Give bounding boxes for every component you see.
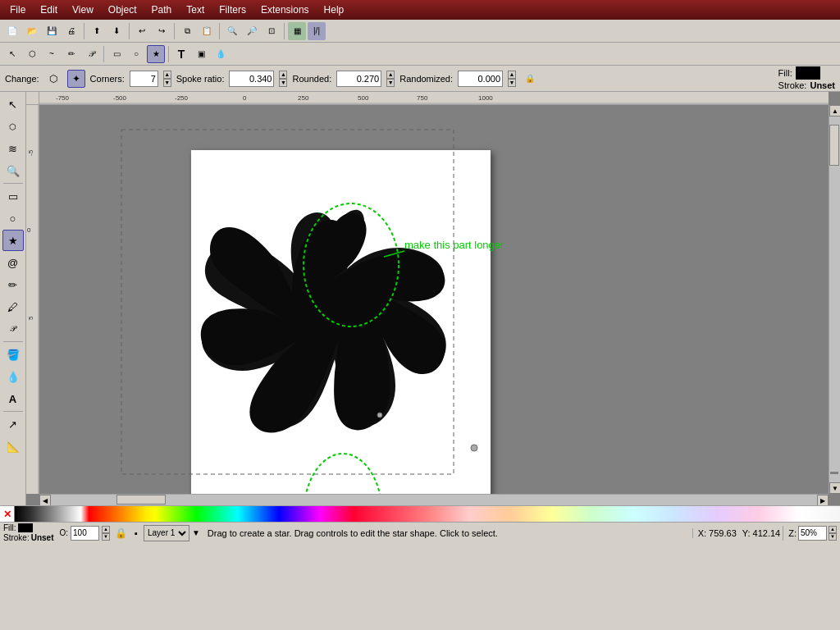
- undo-btn[interactable]: ↩: [133, 22, 151, 40]
- menu-filters[interactable]: Filters: [212, 2, 253, 17]
- node-tool-btn[interactable]: ⬡: [23, 45, 41, 63]
- scroll-track-v[interactable]: [829, 116, 840, 482]
- v-scrollbar[interactable]: ▲ ▼: [829, 105, 840, 494]
- print-btn[interactable]: 🖨: [62, 22, 80, 40]
- spoke-up[interactable]: ▲: [279, 71, 287, 79]
- zoom-fit-btn[interactable]: ⊡: [262, 22, 281, 40]
- pen-tool[interactable]: 🖊: [2, 296, 24, 317]
- scroll-up-btn[interactable]: ▲: [829, 105, 840, 116]
- menu-edit[interactable]: Edit: [34, 2, 64, 17]
- dropper-btn[interactable]: 💧: [212, 45, 230, 63]
- copy-btn[interactable]: ⧉: [178, 22, 196, 40]
- color-palette-bar[interactable]: ✕: [0, 505, 840, 522]
- randomized-up[interactable]: ▲: [508, 71, 516, 79]
- spiral-tool[interactable]: @: [2, 252, 24, 273]
- circle-tool[interactable]: ○: [2, 208, 24, 229]
- menu-text[interactable]: Text: [180, 2, 211, 17]
- measure-tool[interactable]: 📐: [2, 436, 24, 457]
- grid-btn[interactable]: ▦: [288, 22, 306, 40]
- new-btn[interactable]: 📄: [3, 22, 21, 40]
- zoom-up[interactable]: ▲: [829, 526, 837, 533]
- corners-input[interactable]: [130, 71, 158, 87]
- star-tool-btn[interactable]: ★: [147, 45, 165, 63]
- opacity-up[interactable]: ▲: [102, 526, 110, 533]
- menu-help[interactable]: Help: [317, 2, 351, 17]
- fill-status-box[interactable]: [18, 523, 33, 532]
- rounded-up[interactable]: ▲: [386, 71, 395, 79]
- scroll-track-h[interactable]: [51, 495, 817, 505]
- curve-tool-btn[interactable]: ~: [43, 45, 61, 63]
- redo-btn[interactable]: ↪: [153, 22, 171, 40]
- text-tool-btn[interactable]: T: [172, 45, 190, 63]
- randomized-spinner[interactable]: ▲ ▼: [508, 71, 516, 87]
- open-btn[interactable]: 📂: [23, 22, 41, 40]
- scroll-left-btn[interactable]: ◀: [39, 495, 51, 505]
- tweak-tool[interactable]: ≋: [2, 138, 24, 159]
- scroll-thumb-v[interactable]: [829, 125, 839, 166]
- text-tool[interactable]: A: [2, 388, 24, 409]
- stroke-label: Stroke:: [778, 80, 807, 90]
- h-scrollbar[interactable]: ◀ ▶: [39, 494, 829, 505]
- opacity-input[interactable]: [71, 526, 99, 541]
- pencil-tool[interactable]: ✏: [2, 274, 24, 295]
- polygon-mode-btn[interactable]: ⬡: [44, 70, 62, 88]
- scroll-right-btn[interactable]: ▶: [817, 495, 829, 505]
- corners-down[interactable]: ▼: [163, 79, 171, 87]
- fill-color-box[interactable]: [796, 66, 820, 80]
- opacity-spinner[interactable]: ▲ ▼: [102, 526, 110, 541]
- opacity-down[interactable]: ▼: [102, 533, 110, 541]
- rounded-input[interactable]: [336, 71, 381, 87]
- zoom-input[interactable]: [798, 526, 827, 541]
- zoom-in-btn[interactable]: 🔍: [223, 22, 241, 40]
- select-tool-btn[interactable]: ↖: [3, 45, 21, 63]
- randomized-down[interactable]: ▼: [508, 79, 516, 87]
- spoke-spinner[interactable]: ▲ ▼: [279, 71, 287, 87]
- randomized-input[interactable]: [458, 71, 503, 87]
- menu-path[interactable]: Path: [145, 2, 179, 17]
- menu-object[interactable]: Object: [102, 2, 144, 17]
- menu-file[interactable]: File: [3, 2, 32, 17]
- rounded-spinner[interactable]: ▲ ▼: [386, 71, 395, 87]
- gradient-btn[interactable]: ▣: [192, 45, 210, 63]
- export-btn[interactable]: ⬇: [107, 22, 126, 40]
- color-swatches[interactable]: [15, 506, 840, 522]
- corners-up[interactable]: ▲: [163, 71, 171, 79]
- rect-tool[interactable]: ▭: [2, 185, 24, 207]
- paste-btn[interactable]: 📋: [198, 22, 216, 40]
- arrow-tool[interactable]: ↖: [2, 94, 24, 115]
- scroll-thumb-h[interactable]: [116, 495, 166, 504]
- dropper-tool[interactable]: 💧: [2, 366, 24, 387]
- menu-extensions[interactable]: Extensions: [254, 2, 316, 17]
- rect-tool-btn[interactable]: ▭: [107, 45, 126, 63]
- snap-btn[interactable]: |/|: [308, 22, 326, 40]
- zoom-down[interactable]: ▼: [829, 533, 837, 541]
- no-color-swatch[interactable]: ✕: [0, 506, 15, 522]
- circle-tool-btn[interactable]: ○: [127, 45, 145, 63]
- zoom-tool[interactable]: 🔍: [2, 160, 24, 181]
- layer-select[interactable]: Layer 1: [144, 525, 189, 541]
- connector-tool[interactable]: ↗: [2, 413, 24, 435]
- pencil-btn[interactable]: ✏: [62, 45, 80, 63]
- star-mode-btn[interactable]: ✦: [67, 70, 85, 88]
- center-handle[interactable]: [377, 413, 382, 418]
- layer-indicator-arrow[interactable]: ▼: [192, 528, 200, 537]
- star-tool[interactable]: ★: [2, 230, 24, 251]
- canvas-area[interactable]: -750 -500 -250 0 250 500 750 1000 -5 0 5: [26, 92, 840, 505]
- spoke-down[interactable]: ▼: [279, 79, 287, 87]
- calligraphy-tool[interactable]: 𝒫: [2, 318, 24, 340]
- save-btn[interactable]: 💾: [43, 22, 61, 40]
- lock-btn[interactable]: 🔒: [521, 70, 539, 88]
- calligraphy-btn[interactable]: 𝒫: [82, 45, 100, 63]
- import-btn[interactable]: ⬆: [88, 22, 106, 40]
- fill-tool[interactable]: 🪣: [2, 344, 24, 365]
- zoom-spinner[interactable]: ▲ ▼: [829, 526, 837, 541]
- rounded-down[interactable]: ▼: [386, 79, 395, 87]
- bottom-right-handle[interactable]: [471, 445, 477, 451]
- spoke-input[interactable]: [229, 71, 274, 87]
- lock-aspect-btn[interactable]: 🔒: [114, 527, 127, 540]
- node-edit-tool[interactable]: ⬡: [2, 116, 24, 137]
- scroll-down-btn[interactable]: ▼: [829, 482, 840, 494]
- zoom-out-btn[interactable]: 🔎: [243, 22, 261, 40]
- menu-view[interactable]: View: [66, 2, 100, 17]
- corners-spinner[interactable]: ▲ ▼: [163, 71, 171, 87]
